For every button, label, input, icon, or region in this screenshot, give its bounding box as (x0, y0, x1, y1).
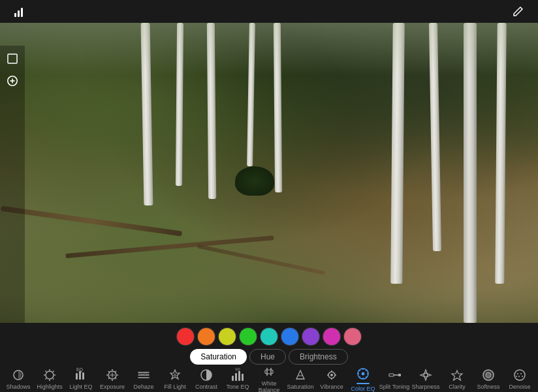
svg-rect-0 (8, 54, 17, 63)
tool-sharpness[interactable]: Sharpness (410, 368, 441, 390)
log-1 (1, 206, 182, 237)
crop-icon-button[interactable] (5, 51, 20, 67)
tools-row: ShadowsHighlightsEQLight EQExposureDehaz… (0, 366, 538, 392)
plus-icon-button[interactable] (5, 73, 20, 89)
svg-rect-14 (76, 373, 78, 380)
svg-point-42 (330, 374, 333, 376)
tool-label-tone-eq: Tone EQ (226, 384, 249, 390)
histogram-icon[interactable] (14, 7, 23, 17)
color-circles-row (0, 323, 538, 348)
tool-split-toning[interactable]: Split Toning (379, 368, 410, 390)
tool-label-light-eq: Light EQ (69, 384, 92, 390)
left-panel (0, 46, 25, 323)
tool-label-fill-light: Fill Light (164, 384, 186, 390)
svg-line-56 (359, 376, 360, 377)
tool-icon-split-toning (385, 368, 404, 382)
top-bar-left (8, 7, 23, 17)
svg-line-24 (116, 378, 117, 380)
tool-shadows[interactable]: Shadows (3, 368, 34, 390)
svg-text:EQ: EQ (76, 367, 84, 372)
tool-light-eq[interactable]: EQLight EQ (65, 368, 97, 390)
tool-exposure[interactable]: Exposure (97, 368, 128, 390)
tool-denoise[interactable]: Denoise (504, 368, 535, 390)
photo-background (0, 23, 538, 323)
tool-contrast[interactable]: Contrast (191, 368, 222, 390)
top-bar (0, 0, 538, 23)
tool-dehaze[interactable]: Dehaze (128, 368, 159, 390)
color-circle-cyan[interactable] (261, 328, 277, 345)
svg-rect-37 (242, 374, 244, 381)
tool-icon-fill-light (166, 368, 184, 382)
svg-line-26 (108, 378, 110, 380)
sub-tabs-row: SaturationHueBrightness (0, 348, 538, 366)
svg-rect-35 (235, 373, 237, 381)
bush (235, 166, 274, 196)
tool-icon-denoise (511, 368, 529, 382)
tool-color-eq[interactable]: Color EQ (347, 367, 379, 392)
pencil-icon[interactable] (512, 6, 524, 18)
svg-point-64 (520, 373, 522, 374)
svg-point-5 (46, 371, 54, 379)
sub-tab-saturation[interactable]: Saturation (190, 349, 247, 365)
active-underline (356, 383, 370, 384)
svg-rect-39 (265, 370, 273, 374)
tool-clarity[interactable]: Clarity (441, 368, 473, 390)
svg-line-11 (53, 378, 54, 380)
top-bar-right (512, 6, 530, 18)
svg-line-55 (366, 370, 366, 370)
svg-rect-16 (82, 372, 84, 380)
tool-icon-highlights (40, 368, 59, 382)
sky-area (0, 23, 538, 75)
tool-white-balance[interactable]: White Balance (253, 365, 285, 392)
tool-label-highlights: Highlights (37, 384, 63, 390)
svg-rect-15 (79, 371, 81, 380)
svg-point-61 (486, 372, 491, 378)
tool-label-saturation: Saturation (287, 384, 313, 390)
svg-line-12 (53, 371, 54, 372)
svg-point-63 (517, 373, 518, 374)
sub-tab-brightness[interactable]: Brightness (289, 349, 348, 365)
tool-icon-sharpness (417, 368, 435, 382)
color-circle-purple[interactable] (302, 328, 319, 345)
svg-point-66 (522, 376, 523, 377)
svg-rect-36 (238, 371, 240, 381)
svg-rect-59 (398, 374, 401, 376)
tool-vibrance[interactable]: Vibrance (316, 368, 347, 390)
svg-point-67 (516, 376, 517, 377)
tool-icon-exposure (103, 368, 121, 382)
tool-highlights[interactable]: Highlights (34, 368, 65, 390)
tool-icon-light-eq: EQ (72, 368, 90, 382)
color-circle-red[interactable] (177, 328, 194, 345)
tool-label-softness: Softness (477, 384, 499, 390)
svg-text:EQ: EQ (235, 367, 240, 371)
color-circle-blue[interactable] (281, 328, 298, 345)
log-3 (197, 244, 326, 275)
color-circle-yellow[interactable] (219, 328, 236, 345)
color-circle-pink[interactable] (344, 328, 361, 345)
color-circle-orange[interactable] (198, 328, 215, 345)
svg-point-62 (514, 370, 525, 380)
tool-saturation[interactable]: Saturation (285, 368, 316, 390)
tool-label-dehaze: Dehaze (133, 384, 153, 390)
tool-label-shadows: Shadows (6, 384, 30, 390)
photo-area (0, 23, 538, 323)
tool-icon-shadows (9, 368, 27, 382)
sub-tab-hue[interactable]: Hue (249, 349, 286, 365)
svg-line-25 (116, 371, 117, 372)
tool-label-sharpness: Sharpness (411, 384, 439, 390)
tool-softness[interactable]: Softness (473, 368, 504, 390)
svg-line-10 (46, 371, 47, 372)
tool-icon-dehaze (134, 368, 153, 382)
tool-fill-light[interactable]: Fill Light (159, 368, 191, 390)
svg-point-32 (174, 374, 176, 376)
color-circle-green[interactable] (240, 328, 257, 345)
tool-label-contrast: Contrast (195, 384, 217, 390)
tool-icon-vibrance (323, 368, 341, 382)
tool-label-color-eq: Color EQ (351, 385, 375, 392)
color-circle-magenta[interactable] (323, 328, 340, 345)
tool-icon-white-balance (260, 365, 278, 379)
tool-label-split-toning: Split Toning (379, 384, 409, 390)
tool-tone-eq[interactable]: EQTone EQ (222, 368, 253, 390)
tool-icon-saturation (291, 368, 309, 382)
svg-rect-57 (389, 374, 394, 376)
